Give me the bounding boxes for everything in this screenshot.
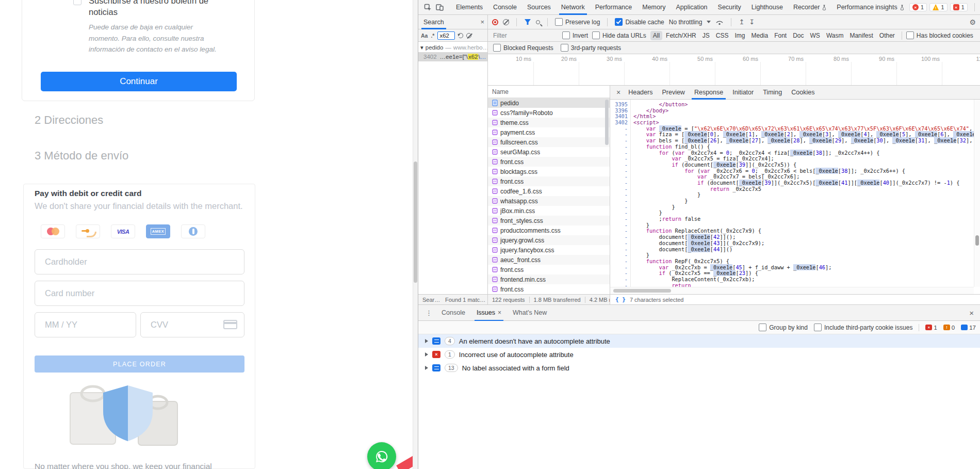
filter-pill-font[interactable]: Font [772,31,789,40]
newsletter-checkbox[interactable] [73,0,81,5]
record-icon[interactable] [492,19,498,25]
filter-pill-doc[interactable]: Doc [790,31,806,40]
drawer-kebab-icon[interactable]: ⋮ [422,309,435,317]
network-search-icon[interactable] [536,20,540,24]
expand-caret-icon[interactable] [425,339,428,343]
drawer-tab-console[interactable]: Console [436,304,470,321]
invert-checkbox[interactable]: Invert [562,31,588,39]
devtools-tab-memory[interactable]: Memory [637,0,671,15]
code-horizontal-scrollbar[interactable] [610,287,974,294]
filter-pill-media[interactable]: Media [748,31,771,40]
devtools-tab-elements[interactable]: Elements [451,0,488,15]
group-by-kind-checkbox[interactable]: Group by kind [759,324,808,331]
devtools-tab-security[interactable]: Security [713,0,746,15]
network-overview-timeline[interactable]: 10 ms20 ms30 ms40 ms50 ms60 ms70 ms80 ms… [488,54,980,86]
close-detail-icon[interactable]: × [613,88,624,96]
request-row-pedido[interactable]: pedido [488,98,610,108]
request-row-theme-css[interactable]: theme.css [488,118,610,127]
expiry-field[interactable] [35,312,136,337]
expand-caret-icon[interactable] [425,352,428,357]
drawer-tab-issues[interactable]: Issues × [471,304,507,321]
request-row-blocktags-css[interactable]: blocktags.css [488,167,610,176]
search-query-input[interactable] [437,31,455,40]
close-drawer-icon[interactable]: × [969,309,976,317]
warn-count-badge[interactable]: !1 [929,3,947,11]
device-toolbar-icon[interactable] [434,4,446,11]
request-row-productcomments-css[interactable]: productcomments.css [488,225,610,235]
amex-icon[interactable]: AMEX [146,224,170,238]
filter-pill-wasm[interactable]: Wasm [824,31,846,40]
request-row-jquery-growl-css[interactable]: jquery.growl.css [488,235,610,245]
filter-pill-manifest[interactable]: Manifest [847,31,875,40]
request-list-scrollbar-thumb[interactable] [605,100,609,145]
request-row-front-css[interactable]: front.css [488,176,610,186]
request-row-front-styles-css[interactable]: front_styles.css [488,216,610,225]
request-row-front-css[interactable]: front.css [488,284,610,294]
request-row-aeuc-front-css[interactable]: aeuc_front.css [488,255,610,265]
error-count-badge[interactable]: ×1 [909,3,927,11]
request-row-fullscreen-css[interactable]: fullscreen.css [488,137,610,147]
clear-search-icon[interactable] [466,33,471,38]
has-blocked-cookies-checkbox[interactable]: Has blocked cookies [906,31,973,39]
export-har-icon[interactable]: ↧ [749,18,755,26]
network-conditions-icon[interactable] [715,19,724,25]
issue-row[interactable]: 13No label associated with a form field [418,361,980,375]
search-result-file[interactable]: ▾ pedido — www.herbo… [418,43,487,52]
filter-pill-js[interactable]: JS [700,31,712,40]
filter-pill-all[interactable]: All [650,31,662,40]
filter-funnel-icon[interactable] [524,19,531,25]
name-column-header[interactable]: Name [488,86,610,98]
code-horizontal-scrollbar-thumb[interactable] [613,289,671,293]
detail-tab-preview[interactable]: Preview [657,86,689,100]
issue-row[interactable]: 4An element doesn't have an autocomplete… [418,334,980,348]
detail-tab-initiator[interactable]: Initiator [728,86,758,100]
request-row-front-css[interactable]: front.css [488,157,610,167]
regex-icon[interactable]: .* [431,33,434,39]
throttling-select[interactable]: No throttling [669,19,711,26]
devtools-tab-application[interactable]: Application [671,0,712,15]
page-scrollbar[interactable] [413,0,418,469]
filter-pill-css[interactable]: CSS [713,31,731,40]
inspect-icon[interactable] [422,4,434,11]
clear-icon[interactable] [503,19,509,25]
devtools-tab-lighthouse[interactable]: Lighthouse [746,0,788,15]
detail-tab-headers[interactable]: Headers [624,86,657,100]
continue-button[interactable]: Continuar [41,72,237,91]
search-result-match[interactable]: 3402 …ee1e=["\x62\… [418,52,487,61]
import-har-icon[interactable]: ↥ [739,18,744,26]
devtools-tab-performance[interactable]: Performance [590,0,638,15]
request-row-codfee-1-6-css[interactable]: codfee_1.6.css [488,186,610,196]
include-third-party-checkbox[interactable]: Include third-party cookie issues [814,324,912,331]
close-issues-tab-icon[interactable]: × [498,309,501,316]
network-settings-gear-icon[interactable]: ⚙ [969,19,980,26]
request-row-frontend-min-css[interactable]: frontend.min.css [488,274,610,284]
preserve-log-checkbox[interactable]: Preserve log [555,18,600,26]
code-vertical-scrollbar-thumb[interactable] [975,235,979,246]
filter-pill-img[interactable]: Img [732,31,747,40]
request-row-jquery-fancybox-css[interactable]: jquery.fancybox.css [488,245,610,255]
response-code-view[interactable]: 3395339634013402------------------------… [610,100,974,287]
expand-caret-icon[interactable] [425,366,428,370]
request-row-payment-css[interactable]: payment.css [488,127,610,137]
whatsapp-button[interactable] [367,442,396,469]
detail-tab-cookies[interactable]: Cookies [787,86,819,100]
drawer-tab-whats-new[interactable]: What's New [508,304,552,321]
request-row-seurgmap-css[interactable]: seurGMap.css [488,147,610,157]
request-row-front-css[interactable]: front.css [488,265,610,274]
search-tab[interactable]: Search [421,15,446,29]
chat-count-badge[interactable]: ×1 [950,3,968,11]
card-number-field[interactable] [35,281,244,306]
cardholder-field[interactable] [35,249,244,274]
devtools-tab-network[interactable]: Network [556,0,590,15]
devtools-tab-performance-insights[interactable]: Performance insights [831,0,909,15]
filter-pill-other[interactable]: Other [877,31,897,40]
request-row-jbox-min-css[interactable]: jBox.min.css [488,206,610,216]
close-search-icon[interactable]: × [480,19,484,25]
devtools-tab-sources[interactable]: Sources [522,0,556,15]
filter-pill-fetch-xhr[interactable]: Fetch/XHR [663,31,699,40]
request-row-css-family-roboto[interactable]: css?family=Roboto [488,108,610,118]
braces-icon[interactable]: { } [615,296,626,303]
devtools-tab-console[interactable]: Console [488,0,522,15]
request-row-whatsapp-css[interactable]: whatsapp.css [488,196,610,206]
filter-input[interactable] [492,31,558,40]
